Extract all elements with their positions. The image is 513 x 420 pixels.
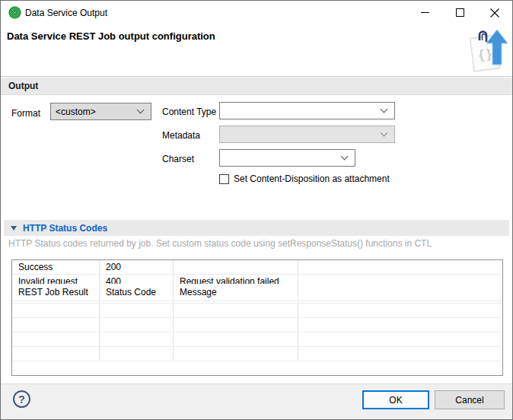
status-table: REST Job ResultStatus CodeMessageSuccess… — [11, 259, 503, 376]
table-cell — [174, 347, 298, 361]
table-cell — [174, 318, 298, 332]
charset-label: Charset — [162, 154, 194, 164]
http-status-description: HTTP Status codes returned by job. Set c… — [8, 238, 432, 249]
format-select[interactable]: <custom> — [50, 103, 151, 120]
output-section-bar: Output — [1, 78, 512, 95]
minimize-icon — [421, 8, 429, 17]
close-button[interactable] — [477, 1, 512, 24]
table-row[interactable]: Success200 — [12, 260, 502, 275]
ok-button[interactable]: OK — [362, 390, 429, 409]
table-cell — [298, 260, 502, 274]
http-status-section-title: HTTP Status Codes — [23, 223, 107, 234]
collapse-triangle-icon — [11, 226, 17, 231]
table-cell — [298, 304, 502, 317]
close-icon — [490, 8, 499, 18]
minimize-button[interactable] — [407, 1, 442, 24]
content-disposition-checkbox-row[interactable]: Set Content-Disposition as attachment — [219, 173, 390, 184]
metadata-select — [219, 126, 395, 143]
metadata-label: Metadata — [162, 130, 200, 141]
table-row[interactable] — [12, 304, 502, 318]
table-cell — [174, 260, 298, 274]
dialog-header: Data Service REST Job output configurati… — [1, 24, 512, 77]
column-header: Message — [174, 284, 298, 301]
table-cell — [100, 347, 174, 361]
table-cell — [174, 332, 298, 346]
table-row[interactable] — [12, 318, 502, 332]
column-header — [298, 284, 502, 301]
chevron-down-icon — [381, 129, 388, 137]
rest-output-illustration-icon: { } — [462, 27, 508, 75]
table-cell — [12, 332, 100, 346]
table-row[interactable] — [12, 347, 502, 361]
table-header-row: REST Job ResultStatus CodeMessage — [12, 284, 502, 301]
content-disposition-label: Set Content-Disposition as attachment — [234, 173, 390, 184]
cancel-button[interactable]: Cancel — [435, 390, 505, 409]
table-cell — [298, 332, 502, 346]
table-cell: Success — [12, 260, 100, 274]
dialog-window: Data Service Output Data Service REST Jo… — [0, 0, 513, 420]
maximize-button[interactable] — [442, 1, 477, 24]
table-cell — [12, 318, 100, 332]
charset-select[interactable] — [219, 149, 355, 167]
window-title: Data Service Output — [25, 8, 107, 18]
column-header: Status Code — [100, 284, 174, 301]
table-cell — [100, 318, 174, 332]
chevron-down-icon — [381, 106, 388, 113]
table-cell — [12, 347, 100, 361]
table-cell — [298, 347, 502, 361]
svg-text:{ }: { } — [478, 46, 492, 62]
app-logo-icon — [8, 6, 21, 19]
table-cell: 200 — [100, 260, 174, 274]
title-bar: Data Service Output — [1, 1, 512, 24]
help-button[interactable]: ? — [13, 390, 30, 408]
button-bar: ? OK Cancel — [1, 383, 512, 419]
column-header: REST Job Result — [12, 284, 100, 301]
table-cell — [100, 304, 174, 317]
dialog-header-title: Data Service REST Job output configurati… — [7, 30, 215, 42]
content-disposition-checkbox[interactable] — [219, 174, 229, 184]
maximize-icon — [456, 8, 464, 17]
table-row[interactable] — [12, 332, 502, 347]
http-status-section-header[interactable]: HTTP Status Codes — [4, 220, 509, 236]
table-cell — [100, 332, 174, 346]
chevron-down-icon — [137, 107, 145, 114]
chevron-down-icon — [341, 153, 349, 161]
format-label: Format — [11, 108, 40, 119]
table-cell — [174, 304, 298, 317]
format-value: <custom> — [51, 107, 138, 117]
content-type-label: Content Type — [162, 107, 216, 117]
output-section-title: Output — [8, 81, 38, 91]
table-cell — [298, 318, 502, 332]
content-type-select[interactable] — [219, 102, 395, 119]
table-cell — [12, 304, 100, 317]
